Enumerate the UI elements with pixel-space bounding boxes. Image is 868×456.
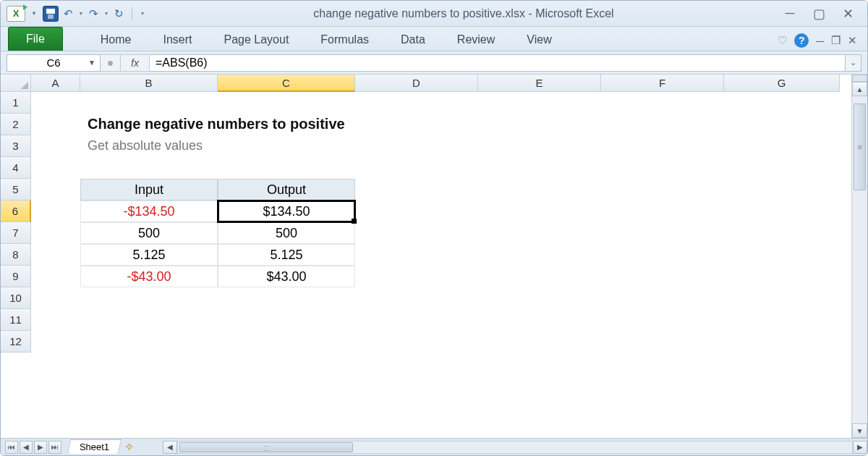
row-header[interactable]: 11 bbox=[1, 309, 31, 331]
cell[interactable] bbox=[724, 244, 840, 266]
cell[interactable] bbox=[80, 287, 218, 309]
cell-c8[interactable]: 5.125 bbox=[218, 244, 355, 266]
tab-page-layout[interactable]: Page Layout bbox=[208, 29, 305, 51]
cell[interactable] bbox=[724, 222, 840, 244]
cell[interactable] bbox=[601, 200, 724, 222]
row-header[interactable]: 4 bbox=[1, 157, 31, 179]
hscroll-thumb[interactable] bbox=[179, 442, 353, 452]
cell[interactable] bbox=[80, 309, 218, 331]
cell[interactable] bbox=[31, 114, 80, 135]
cell[interactable] bbox=[31, 331, 80, 352]
tab-insert[interactable]: Insert bbox=[147, 29, 208, 51]
cell[interactable] bbox=[355, 92, 478, 114]
row-header[interactable]: 1 bbox=[1, 92, 31, 114]
cell[interactable] bbox=[355, 266, 478, 287]
tab-data[interactable]: Data bbox=[385, 29, 441, 51]
hscroll-right-icon[interactable]: ▶ bbox=[853, 441, 867, 454]
cell[interactable] bbox=[478, 92, 601, 114]
undo-icon[interactable]: ↶ bbox=[63, 7, 74, 20]
cell[interactable] bbox=[601, 266, 724, 287]
subtitle-cell[interactable]: Get absolute values bbox=[80, 135, 478, 157]
formula-input[interactable]: =ABS(B6) bbox=[150, 54, 846, 72]
col-header-f[interactable]: F bbox=[601, 75, 724, 92]
row-header[interactable]: 9 bbox=[1, 266, 31, 287]
cell[interactable] bbox=[601, 222, 724, 244]
cell[interactable] bbox=[31, 309, 80, 331]
cell[interactable] bbox=[355, 179, 478, 200]
cell[interactable] bbox=[724, 200, 840, 222]
cell[interactable] bbox=[31, 92, 80, 114]
cancel-formula-icon[interactable]: ● bbox=[101, 54, 121, 72]
row-header[interactable]: 8 bbox=[1, 244, 31, 266]
cell[interactable] bbox=[601, 92, 724, 114]
redo-dropdown-icon[interactable]: ▾ bbox=[103, 10, 109, 17]
cell[interactable] bbox=[478, 179, 601, 200]
minimize-ribbon-icon[interactable]: ♡ bbox=[778, 34, 787, 47]
row-header[interactable]: 3 bbox=[1, 135, 31, 157]
scroll-down-icon[interactable]: ▼ bbox=[852, 423, 867, 438]
tab-review[interactable]: Review bbox=[441, 29, 511, 51]
sheet-nav-next-icon[interactable]: ▶ bbox=[34, 441, 47, 454]
cell[interactable] bbox=[80, 157, 218, 179]
cell[interactable] bbox=[80, 92, 218, 114]
cell[interactable] bbox=[601, 309, 724, 331]
cell-c6[interactable]: $134.50 bbox=[218, 200, 355, 222]
col-header-a[interactable]: A bbox=[31, 75, 80, 92]
name-box-dropdown-icon[interactable]: ▼ bbox=[88, 59, 95, 67]
excel-icon[interactable]: X bbox=[7, 6, 25, 22]
row-header[interactable]: 2 bbox=[1, 114, 31, 135]
cell[interactable] bbox=[355, 157, 478, 179]
cell[interactable] bbox=[31, 287, 80, 309]
horizontal-scrollbar[interactable]: ◀ ▶ bbox=[163, 441, 867, 454]
tab-view[interactable]: View bbox=[511, 29, 567, 51]
tab-formulas[interactable]: Formulas bbox=[305, 29, 385, 51]
cell[interactable] bbox=[31, 266, 80, 287]
cell[interactable] bbox=[80, 331, 218, 352]
cell[interactable] bbox=[724, 309, 840, 331]
grid[interactable]: A B C D E F G 1 2Change negative numbers… bbox=[1, 75, 851, 438]
workbook-close-icon[interactable]: ✕ bbox=[848, 34, 857, 47]
tab-home[interactable]: Home bbox=[85, 29, 148, 51]
scroll-up-icon[interactable]: ▲ bbox=[852, 82, 867, 96]
close-icon[interactable]: ✕ bbox=[840, 6, 856, 22]
cell[interactable] bbox=[478, 287, 601, 309]
split-handle[interactable] bbox=[852, 75, 867, 82]
cell[interactable] bbox=[724, 135, 840, 157]
cell[interactable] bbox=[478, 266, 601, 287]
qat-dropdown-icon[interactable]: ▼ bbox=[30, 10, 38, 17]
refresh-icon[interactable]: ↻ bbox=[114, 7, 124, 20]
table-header-input[interactable]: Input bbox=[80, 179, 218, 200]
hscroll-track[interactable] bbox=[177, 441, 853, 454]
table-header-output[interactable]: Output bbox=[218, 179, 355, 200]
name-box[interactable]: C6 ▼ bbox=[7, 54, 101, 72]
cell[interactable] bbox=[355, 244, 478, 266]
cell[interactable] bbox=[478, 200, 601, 222]
cell-b9[interactable]: -$43.00 bbox=[80, 266, 218, 287]
cell[interactable] bbox=[478, 244, 601, 266]
cell[interactable] bbox=[218, 287, 355, 309]
cell[interactable] bbox=[724, 92, 840, 114]
expand-formula-bar-icon[interactable]: ⌄ bbox=[846, 54, 861, 72]
file-tab[interactable]: File bbox=[8, 27, 63, 51]
cell[interactable] bbox=[724, 331, 840, 352]
cell[interactable] bbox=[31, 244, 80, 266]
cell[interactable] bbox=[478, 135, 601, 157]
fx-icon[interactable]: fx bbox=[121, 54, 150, 72]
qat-customize-icon[interactable]: ▾ bbox=[140, 10, 145, 17]
cell-b7[interactable]: 500 bbox=[80, 222, 218, 244]
cell[interactable] bbox=[478, 222, 601, 244]
cell[interactable] bbox=[724, 179, 840, 200]
cell[interactable] bbox=[218, 331, 355, 352]
cell-c9[interactable]: $43.00 bbox=[218, 266, 355, 287]
col-header-g[interactable]: G bbox=[724, 75, 840, 92]
cell[interactable] bbox=[31, 200, 80, 222]
cell[interactable] bbox=[478, 157, 601, 179]
cell[interactable] bbox=[355, 200, 478, 222]
new-sheet-icon[interactable]: ✧ bbox=[124, 440, 134, 454]
sheet-tab[interactable]: Sheet1 bbox=[67, 439, 122, 454]
cell[interactable] bbox=[601, 135, 724, 157]
cell[interactable] bbox=[478, 331, 601, 352]
cell-b8[interactable]: 5.125 bbox=[80, 244, 218, 266]
help-icon[interactable]: ? bbox=[794, 33, 809, 48]
cell[interactable] bbox=[355, 287, 478, 309]
